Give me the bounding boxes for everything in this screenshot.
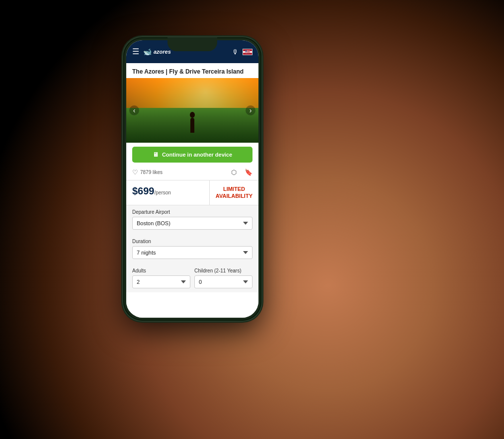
whale-icon: 🐋 xyxy=(143,48,152,56)
carousel-overlay xyxy=(126,78,258,143)
us-flag-icon[interactable]: 🇺🇸 xyxy=(243,49,252,55)
adults-select[interactable]: 2 xyxy=(132,275,190,288)
duration-group: Duration 7 nights xyxy=(132,239,252,259)
likes-count: 7879 likes xyxy=(140,170,163,175)
phone-screen: ☰ 🐋 azores 🎙 🇺🇸 The Azores | Fly & Drive… xyxy=(126,40,258,318)
logo-text: azores xyxy=(154,49,171,55)
departure-label: Departure Airport xyxy=(132,209,252,215)
continue-button-label: Continue in another device xyxy=(162,152,232,158)
heart-icon[interactable]: ♡ xyxy=(132,169,138,176)
carousel-prev-button[interactable]: ‹ xyxy=(129,105,139,115)
adults-label: Adults xyxy=(132,268,190,273)
children-col: Children (2-11 Years) 0 xyxy=(194,268,252,288)
phone-notch xyxy=(168,37,217,51)
bookmark-icon[interactable]: 🔖 xyxy=(245,169,252,176)
availability-line1: LIMITED xyxy=(223,186,245,192)
departure-form-group: Departure Airport Boston (BOS) xyxy=(126,205,258,237)
availability-line2: AVAILABILITY xyxy=(216,193,252,199)
price-amount: $699 xyxy=(132,185,155,196)
share-icon[interactable]: ⬡ xyxy=(231,169,237,176)
duration-select[interactable]: 7 nights xyxy=(132,246,252,259)
page-title: The Azores | Fly & Drive Terceira Island xyxy=(126,63,258,78)
departure-select[interactable]: Boston (BOS) xyxy=(132,217,252,230)
availability-section: LIMITED AVAILABILITY xyxy=(210,180,258,205)
continue-another-device-button[interactable]: 🖥 Continue in another device xyxy=(132,147,252,163)
scene: ☰ 🐋 azores 🎙 🇺🇸 The Azores | Fly & Drive… xyxy=(0,0,504,439)
device-transfer-icon: 🖥 xyxy=(153,151,159,158)
like-section: ♡ 7879 likes xyxy=(132,169,227,176)
children-select[interactable]: 0 xyxy=(194,275,252,288)
hamburger-icon[interactable]: ☰ xyxy=(132,48,139,56)
departure-group: Departure Airport Boston (BOS) xyxy=(132,209,252,230)
person-head xyxy=(190,112,195,118)
image-carousel: ‹ › xyxy=(126,78,258,143)
phone-content: The Azores | Fly & Drive Terceira Island… xyxy=(126,63,258,318)
carousel-next-button[interactable]: › xyxy=(246,105,255,115)
adults-col: Adults 2 xyxy=(132,268,190,288)
availability-text: LIMITED AVAILABILITY xyxy=(216,185,252,200)
children-label: Children (2-11 Years) xyxy=(194,268,252,273)
passengers-row: Adults 2 Children (2-11 Years) 0 xyxy=(132,268,252,288)
microphone-icon[interactable]: 🎙 xyxy=(232,48,239,56)
phone-frame: ☰ 🐋 azores 🎙 🇺🇸 The Azores | Fly & Drive… xyxy=(123,37,261,321)
duration-form-group: Duration 7 nights xyxy=(126,237,258,266)
person-silhouette xyxy=(190,118,194,133)
price-per-person: /person xyxy=(155,190,171,195)
passengers-form-group: Adults 2 Children (2-11 Years) 0 xyxy=(126,266,258,292)
social-row: ♡ 7879 likes ⬡ 🔖 xyxy=(126,167,258,180)
header-icons: 🎙 🇺🇸 xyxy=(232,48,252,56)
phone-device: ☰ 🐋 azores 🎙 🇺🇸 The Azores | Fly & Drive… xyxy=(123,37,261,321)
price-left: $699/person xyxy=(126,180,209,205)
duration-label: Duration xyxy=(132,239,252,244)
price-section: $699/person LIMITED AVAILABILITY xyxy=(126,180,258,205)
